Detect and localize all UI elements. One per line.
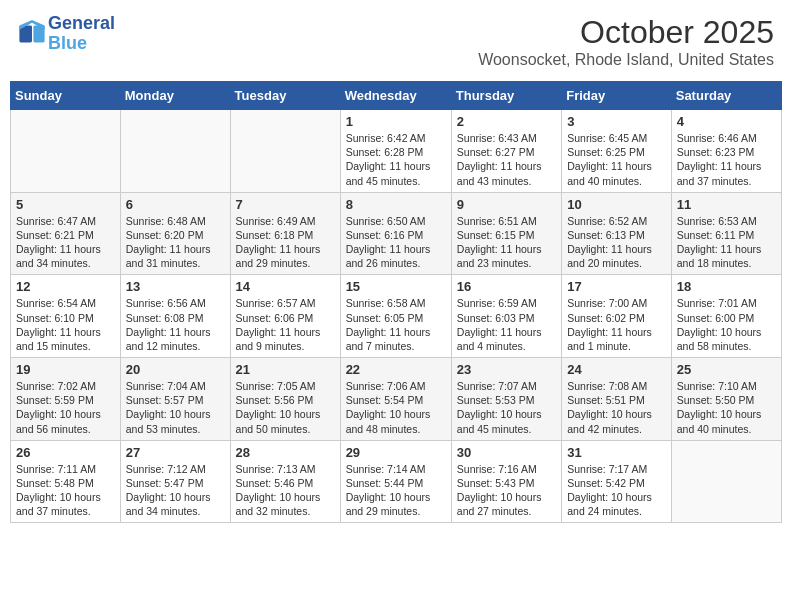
day-info: Sunrise: 7:01 AM Sunset: 6:00 PM Dayligh… — [677, 296, 776, 353]
col-saturday: Saturday — [671, 82, 781, 110]
day-info: Sunrise: 7:10 AM Sunset: 5:50 PM Dayligh… — [677, 379, 776, 436]
calendar-day: 27Sunrise: 7:12 AM Sunset: 5:47 PM Dayli… — [120, 440, 230, 523]
page-container: GeneralBlue October 2025 Woonsocket, Rho… — [10, 10, 782, 523]
location-title: Woonsocket, Rhode Island, United States — [478, 51, 774, 69]
day-number: 3 — [567, 114, 666, 129]
day-info: Sunrise: 6:54 AM Sunset: 6:10 PM Dayligh… — [16, 296, 115, 353]
day-number: 11 — [677, 197, 776, 212]
day-number: 31 — [567, 445, 666, 460]
calendar-day: 1Sunrise: 6:42 AM Sunset: 6:28 PM Daylig… — [340, 110, 451, 193]
calendar-day: 15Sunrise: 6:58 AM Sunset: 6:05 PM Dayli… — [340, 275, 451, 358]
day-info: Sunrise: 7:11 AM Sunset: 5:48 PM Dayligh… — [16, 462, 115, 519]
day-number: 20 — [126, 362, 225, 377]
day-number: 30 — [457, 445, 556, 460]
calendar-day — [230, 110, 340, 193]
calendar-day: 12Sunrise: 6:54 AM Sunset: 6:10 PM Dayli… — [11, 275, 121, 358]
calendar-day: 21Sunrise: 7:05 AM Sunset: 5:56 PM Dayli… — [230, 358, 340, 441]
page-header: GeneralBlue October 2025 Woonsocket, Rho… — [10, 10, 782, 73]
day-number: 28 — [236, 445, 335, 460]
col-friday: Friday — [562, 82, 672, 110]
calendar-day: 14Sunrise: 6:57 AM Sunset: 6:06 PM Dayli… — [230, 275, 340, 358]
day-info: Sunrise: 6:45 AM Sunset: 6:25 PM Dayligh… — [567, 131, 666, 188]
calendar-day: 5Sunrise: 6:47 AM Sunset: 6:21 PM Daylig… — [11, 192, 121, 275]
day-info: Sunrise: 6:42 AM Sunset: 6:28 PM Dayligh… — [346, 131, 446, 188]
calendar-day — [671, 440, 781, 523]
calendar-day: 4Sunrise: 6:46 AM Sunset: 6:23 PM Daylig… — [671, 110, 781, 193]
calendar-week-3: 12Sunrise: 6:54 AM Sunset: 6:10 PM Dayli… — [11, 275, 782, 358]
day-info: Sunrise: 7:14 AM Sunset: 5:44 PM Dayligh… — [346, 462, 446, 519]
col-thursday: Thursday — [451, 82, 561, 110]
calendar-day: 29Sunrise: 7:14 AM Sunset: 5:44 PM Dayli… — [340, 440, 451, 523]
day-info: Sunrise: 6:50 AM Sunset: 6:16 PM Dayligh… — [346, 214, 446, 271]
day-number: 4 — [677, 114, 776, 129]
calendar-day: 2Sunrise: 6:43 AM Sunset: 6:27 PM Daylig… — [451, 110, 561, 193]
calendar-day: 24Sunrise: 7:08 AM Sunset: 5:51 PM Dayli… — [562, 358, 672, 441]
day-info: Sunrise: 6:49 AM Sunset: 6:18 PM Dayligh… — [236, 214, 335, 271]
day-number: 6 — [126, 197, 225, 212]
calendar-week-2: 5Sunrise: 6:47 AM Sunset: 6:21 PM Daylig… — [11, 192, 782, 275]
day-info: Sunrise: 7:17 AM Sunset: 5:42 PM Dayligh… — [567, 462, 666, 519]
day-info: Sunrise: 7:00 AM Sunset: 6:02 PM Dayligh… — [567, 296, 666, 353]
col-monday: Monday — [120, 82, 230, 110]
calendar-day: 25Sunrise: 7:10 AM Sunset: 5:50 PM Dayli… — [671, 358, 781, 441]
calendar-day — [120, 110, 230, 193]
day-info: Sunrise: 6:52 AM Sunset: 6:13 PM Dayligh… — [567, 214, 666, 271]
title-block: October 2025 Woonsocket, Rhode Island, U… — [478, 14, 774, 69]
logo-icon — [18, 20, 46, 48]
calendar-day: 3Sunrise: 6:45 AM Sunset: 6:25 PM Daylig… — [562, 110, 672, 193]
calendar-day: 8Sunrise: 6:50 AM Sunset: 6:16 PM Daylig… — [340, 192, 451, 275]
day-info: Sunrise: 6:53 AM Sunset: 6:11 PM Dayligh… — [677, 214, 776, 271]
calendar-day: 11Sunrise: 6:53 AM Sunset: 6:11 PM Dayli… — [671, 192, 781, 275]
day-number: 29 — [346, 445, 446, 460]
day-number: 8 — [346, 197, 446, 212]
day-number: 23 — [457, 362, 556, 377]
day-info: Sunrise: 6:58 AM Sunset: 6:05 PM Dayligh… — [346, 296, 446, 353]
day-number: 17 — [567, 279, 666, 294]
calendar-week-4: 19Sunrise: 7:02 AM Sunset: 5:59 PM Dayli… — [11, 358, 782, 441]
day-info: Sunrise: 7:06 AM Sunset: 5:54 PM Dayligh… — [346, 379, 446, 436]
calendar-day: 7Sunrise: 6:49 AM Sunset: 6:18 PM Daylig… — [230, 192, 340, 275]
day-number: 21 — [236, 362, 335, 377]
calendar-day: 20Sunrise: 7:04 AM Sunset: 5:57 PM Dayli… — [120, 358, 230, 441]
day-info: Sunrise: 7:04 AM Sunset: 5:57 PM Dayligh… — [126, 379, 225, 436]
day-info: Sunrise: 6:56 AM Sunset: 6:08 PM Dayligh… — [126, 296, 225, 353]
calendar-day: 26Sunrise: 7:11 AM Sunset: 5:48 PM Dayli… — [11, 440, 121, 523]
calendar-week-5: 26Sunrise: 7:11 AM Sunset: 5:48 PM Dayli… — [11, 440, 782, 523]
day-number: 25 — [677, 362, 776, 377]
day-info: Sunrise: 6:57 AM Sunset: 6:06 PM Dayligh… — [236, 296, 335, 353]
calendar-day: 31Sunrise: 7:17 AM Sunset: 5:42 PM Dayli… — [562, 440, 672, 523]
day-info: Sunrise: 7:13 AM Sunset: 5:46 PM Dayligh… — [236, 462, 335, 519]
day-info: Sunrise: 7:08 AM Sunset: 5:51 PM Dayligh… — [567, 379, 666, 436]
day-number: 15 — [346, 279, 446, 294]
day-info: Sunrise: 6:51 AM Sunset: 6:15 PM Dayligh… — [457, 214, 556, 271]
day-info: Sunrise: 6:43 AM Sunset: 6:27 PM Dayligh… — [457, 131, 556, 188]
day-info: Sunrise: 7:12 AM Sunset: 5:47 PM Dayligh… — [126, 462, 225, 519]
day-number: 24 — [567, 362, 666, 377]
calendar-week-1: 1Sunrise: 6:42 AM Sunset: 6:28 PM Daylig… — [11, 110, 782, 193]
col-wednesday: Wednesday — [340, 82, 451, 110]
day-number: 5 — [16, 197, 115, 212]
day-number: 26 — [16, 445, 115, 460]
calendar-day: 16Sunrise: 6:59 AM Sunset: 6:03 PM Dayli… — [451, 275, 561, 358]
calendar-day: 30Sunrise: 7:16 AM Sunset: 5:43 PM Dayli… — [451, 440, 561, 523]
day-number: 9 — [457, 197, 556, 212]
day-number: 19 — [16, 362, 115, 377]
calendar-day: 6Sunrise: 6:48 AM Sunset: 6:20 PM Daylig… — [120, 192, 230, 275]
calendar-day: 9Sunrise: 6:51 AM Sunset: 6:15 PM Daylig… — [451, 192, 561, 275]
logo-text: GeneralBlue — [48, 14, 115, 54]
logo: GeneralBlue — [18, 14, 115, 54]
col-tuesday: Tuesday — [230, 82, 340, 110]
day-number: 12 — [16, 279, 115, 294]
day-info: Sunrise: 7:07 AM Sunset: 5:53 PM Dayligh… — [457, 379, 556, 436]
day-number: 18 — [677, 279, 776, 294]
day-info: Sunrise: 6:46 AM Sunset: 6:23 PM Dayligh… — [677, 131, 776, 188]
calendar-day: 19Sunrise: 7:02 AM Sunset: 5:59 PM Dayli… — [11, 358, 121, 441]
day-info: Sunrise: 6:48 AM Sunset: 6:20 PM Dayligh… — [126, 214, 225, 271]
day-number: 16 — [457, 279, 556, 294]
calendar-day: 10Sunrise: 6:52 AM Sunset: 6:13 PM Dayli… — [562, 192, 672, 275]
calendar-day: 28Sunrise: 7:13 AM Sunset: 5:46 PM Dayli… — [230, 440, 340, 523]
calendar-day — [11, 110, 121, 193]
day-number: 7 — [236, 197, 335, 212]
calendar-day: 13Sunrise: 6:56 AM Sunset: 6:08 PM Dayli… — [120, 275, 230, 358]
calendar-day: 17Sunrise: 7:00 AM Sunset: 6:02 PM Dayli… — [562, 275, 672, 358]
